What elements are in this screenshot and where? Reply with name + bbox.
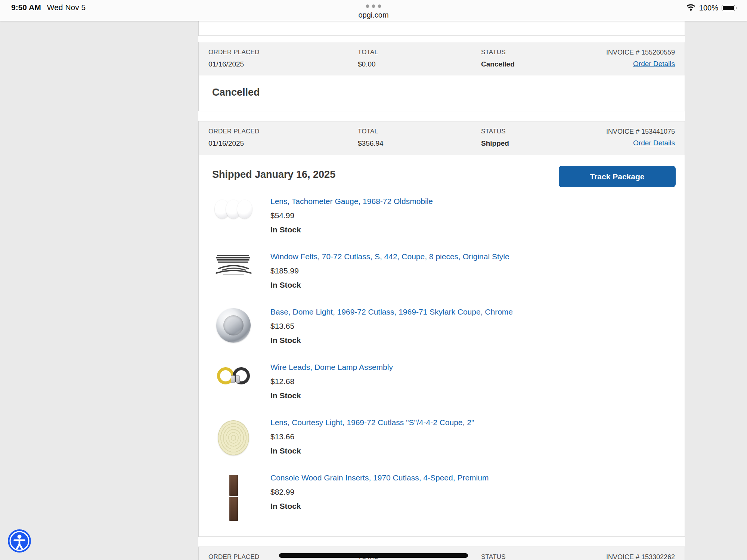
order-item-row: Window Felts, 70-72 Cutlass, S, 442, Cou… xyxy=(212,251,676,290)
product-thumbnail-courtesy-lens[interactable] xyxy=(212,417,255,455)
ribbed-lens-image xyxy=(218,420,249,455)
invoice-number: INVOICE # 153441075 xyxy=(606,128,675,136)
invoice-number: INVOICE # 153302262 xyxy=(606,553,675,560)
wood-strip-image xyxy=(229,474,238,521)
order-details-link[interactable]: Order Details xyxy=(633,60,675,68)
window-felts-image xyxy=(213,253,254,277)
accessibility-person-icon xyxy=(7,529,31,553)
order-placed-label: ORDER PLACED xyxy=(208,49,358,56)
clock-time: 9:50 AM xyxy=(11,3,41,12)
order-item-row: Lens, Tachometer Gauge, 1968-72 Oldsmobi… xyxy=(212,196,676,234)
order-state-heading: Cancelled xyxy=(212,87,676,98)
order-card-shipped: ORDER PLACED 01/16/2025 TOTAL $356.94 ST… xyxy=(198,121,685,537)
previous-card-remnant xyxy=(198,21,685,36)
product-link[interactable]: Lens, Tachometer Gauge, 1968-72 Oldsmobi… xyxy=(270,197,433,206)
order-item-row: Console Wood Grain Inserts, 1970 Cutlass… xyxy=(212,473,676,521)
lens-trio-image xyxy=(215,198,252,219)
product-thumbnail-tachometer-lens[interactable] xyxy=(212,196,255,234)
status-label: STATUS xyxy=(481,49,604,56)
product-thumbnail-window-felts[interactable] xyxy=(212,251,255,290)
order-item-row: Wire Leads, Dome Lamp Assembly $12.68 In… xyxy=(212,362,676,400)
order-item-row: Base, Dome Light, 1969-72 Cutlass, 1969-… xyxy=(212,307,676,345)
order-placed-label: ORDER PLACED xyxy=(208,128,358,135)
product-price: $12.68 xyxy=(270,377,393,386)
ellipsis-dot xyxy=(366,4,369,8)
product-price: $54.99 xyxy=(270,211,433,220)
track-package-button[interactable]: Track Package xyxy=(559,166,676,187)
total-label: TOTAL xyxy=(358,128,481,135)
order-total: $0.00 xyxy=(358,60,481,68)
home-indicator-bar[interactable] xyxy=(279,553,468,558)
wire-coils-image xyxy=(217,363,250,384)
status-indicators: 100% xyxy=(686,3,737,13)
product-thumbnail-wood-grain-insert[interactable] xyxy=(212,473,255,521)
status-time-date: 9:50 AM Wed Nov 5 xyxy=(11,3,86,12)
stock-status: In Stock xyxy=(270,281,509,290)
total-label: TOTAL xyxy=(358,49,481,56)
accessibility-widget-button[interactable] xyxy=(7,529,31,553)
clock-date: Wed Nov 5 xyxy=(47,3,86,12)
product-link[interactable]: Window Felts, 70-72 Cutlass, S, 442, Cou… xyxy=(270,252,509,261)
order-card-cancelled: ORDER PLACED 01/16/2025 TOTAL $0.00 STAT… xyxy=(198,42,685,111)
product-price: $185.99 xyxy=(270,266,509,275)
stock-status: In Stock xyxy=(270,225,433,234)
order-placed-date: 01/16/2025 xyxy=(208,139,358,148)
product-link[interactable]: Lens, Courtesy Light, 1969-72 Cutlass "S… xyxy=(270,418,474,427)
shipped-date-heading: Shipped January 16, 2025 xyxy=(212,169,335,180)
order-summary-header: ORDER PLACED 01/16/2025 TOTAL $356.94 ST… xyxy=(199,121,685,155)
safari-top-bar: 9:50 AM Wed Nov 5 opgi.com 100% xyxy=(0,0,747,21)
status-label: STATUS xyxy=(481,128,604,135)
status-label: STATUS xyxy=(481,553,604,560)
order-total: $356.94 xyxy=(358,139,481,148)
stock-status: In Stock xyxy=(270,446,474,455)
product-link[interactable]: Console Wood Grain Inserts, 1970 Cutlass… xyxy=(270,473,489,482)
order-item-row: Lens, Courtesy Light, 1969-72 Cutlass "S… xyxy=(212,417,676,455)
product-price: $82.99 xyxy=(270,488,489,496)
address-bar-url[interactable]: opgi.com xyxy=(358,11,388,19)
order-summary-header: ORDER PLACED 01/16/2025 TOTAL $0.00 STAT… xyxy=(199,42,685,75)
order-status: Shipped xyxy=(481,139,604,148)
stock-status: In Stock xyxy=(270,502,489,511)
product-thumbnail-wire-leads[interactable] xyxy=(212,362,255,400)
stock-status: In Stock xyxy=(270,336,513,345)
battery-icon xyxy=(722,5,737,11)
order-history-page: ORDER PLACED 01/16/2025 TOTAL $0.00 STAT… xyxy=(198,21,685,560)
order-status: Cancelled xyxy=(481,60,604,68)
battery-percentage: 100% xyxy=(699,4,718,12)
product-price: $13.66 xyxy=(270,432,474,441)
ellipsis-dot xyxy=(378,4,381,8)
order-details-link[interactable]: Order Details xyxy=(633,139,675,147)
ellipsis-dot xyxy=(372,4,375,8)
wifi-icon xyxy=(686,3,696,13)
order-placed-date: 01/16/2025 xyxy=(208,60,358,68)
product-link[interactable]: Wire Leads, Dome Lamp Assembly xyxy=(270,363,393,372)
product-price: $13.65 xyxy=(270,322,513,331)
page-menu-ellipsis-icon[interactable] xyxy=(366,4,381,8)
invoice-number: INVOICE # 155260559 xyxy=(606,49,675,56)
product-link[interactable]: Base, Dome Light, 1969-72 Cutlass, 1969-… xyxy=(270,307,513,316)
chrome-base-image xyxy=(216,308,251,343)
product-thumbnail-dome-light-base[interactable] xyxy=(212,307,255,345)
stock-status: In Stock xyxy=(270,391,393,400)
